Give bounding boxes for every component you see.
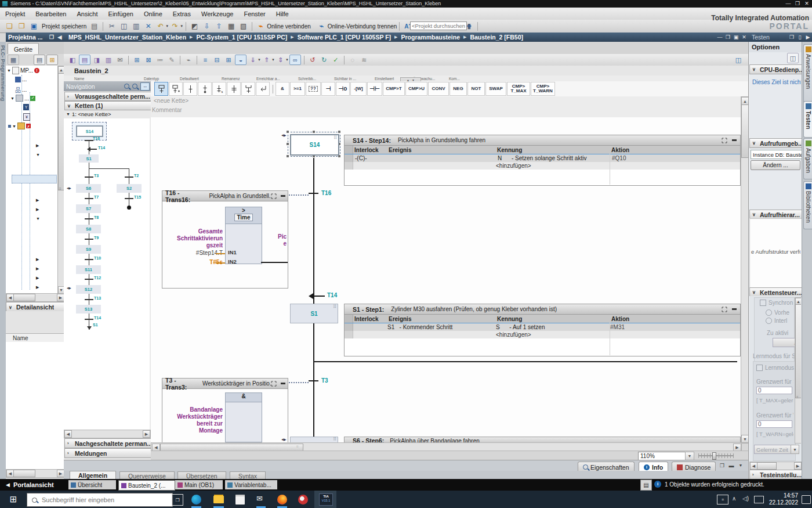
testen-float-icon[interactable]: ▯ <box>796 34 804 41</box>
window-button-variablentabelle[interactable]: Variablentab... <box>225 480 277 489</box>
and-box[interactable]: & <box>225 392 262 442</box>
tia-taskbar-button[interactable]: TIA V15.1 <box>314 491 336 508</box>
minimap-step-s11[interactable]: S11 <box>76 265 101 274</box>
expand-arrow-icon[interactable]: ▼ <box>7 69 11 73</box>
mail-icon[interactable]: ✉ <box>256 494 263 503</box>
tree-collapsed-branch-icon[interactable]: ▶ <box>36 276 39 280</box>
menu-hilfe[interactable]: Hilfe <box>271 8 294 20</box>
undo-jump-icon[interactable]: ↺ <box>307 55 318 64</box>
tree-collapsed-branch-icon[interactable]: ▶ <box>36 285 39 290</box>
step14-description[interactable]: PickAlpha in Grundstellung fahren <box>391 137 485 143</box>
minimap-step-s8[interactable]: S8 <box>76 225 101 233</box>
breadcrumb-program-blocks[interactable]: Programmbausteine <box>401 34 460 41</box>
go-offline-icon[interactable]: ⌁ <box>316 21 327 31</box>
print-status-icon[interactable]: ▤ <box>640 480 652 491</box>
tree-row-project[interactable]: ▼ MP... ! <box>7 67 39 74</box>
delete-network-icon[interactable]: ⊠ <box>143 55 154 64</box>
step14-action-table[interactable]: S14 - Step14: PickAlpha in Grundstellung… <box>344 135 741 186</box>
grenzwert-s-input[interactable] <box>756 387 792 394</box>
start-cpu-icon[interactable]: ▦ <box>226 21 237 31</box>
add-step-transition-button[interactable] <box>169 82 183 96</box>
testen-expand-icon[interactable]: ▶ <box>804 34 812 41</box>
taskbar-search[interactable] <box>27 493 173 507</box>
editor-close-icon[interactable]: ✕ <box>740 34 748 41</box>
compile-icon[interactable]: ◩ <box>189 21 200 31</box>
more-options-icon[interactable]: ≋ <box>359 55 369 64</box>
window-button-baustein2[interactable]: Baustein_2 (... <box>118 480 175 491</box>
save-project-icon[interactable]: ▣ <box>28 21 39 31</box>
outline-list-icon[interactable]: ≡ <box>200 55 211 64</box>
menu-online[interactable]: Online <box>139 8 168 20</box>
col-aktion[interactable]: Aktion <box>611 147 740 153</box>
insert-step-transition-button[interactable] <box>154 82 168 96</box>
diagnostics-check-icon[interactable]: ✓ <box>331 55 341 64</box>
t16-line-label[interactable]: T16 <box>321 190 331 196</box>
zoom-out-icon[interactable] <box>132 84 137 89</box>
section-testeinstellungen[interactable]: ›Testeinstellu... <box>749 470 807 480</box>
subtab-querverweise[interactable]: Querverweise <box>119 471 175 480</box>
transition-tick-t3[interactable] <box>309 380 318 381</box>
breadcrumb-pc-system[interactable]: PC-System_1 [CPU 1515SP PC] <box>196 34 287 41</box>
notification-center-icon[interactable] <box>802 495 811 504</box>
insert-transition-end-button[interactable] <box>198 82 212 96</box>
t3-line-label[interactable]: T3 <box>321 377 328 384</box>
empty-box-button[interactable]: ?? <box>306 82 321 96</box>
tab-bibliotheken[interactable]: Bibliotheken <box>803 181 812 229</box>
col-kennung[interactable]: Kennung <box>497 147 611 153</box>
delete-icon[interactable]: ✕ <box>143 21 154 31</box>
section-ketten[interactable]: ∨ Ketten (1) <box>64 101 155 110</box>
minimap-step-s2[interactable]: S2 <box>117 184 142 193</box>
editor-maximize-icon[interactable]: ▣ <box>732 34 740 41</box>
project-search-input[interactable] <box>410 21 467 30</box>
expand-all-icon[interactable]: ⊞ <box>223 55 234 64</box>
undo-dropdown-icon[interactable]: ▼ <box>165 24 169 28</box>
minimap-label-t3[interactable]: T3 <box>94 174 99 178</box>
cmp-twarn-button[interactable]: CMP>T_WARN <box>531 82 555 96</box>
gelernte-zeiten-dropdown[interactable]: Gelernte Zeit <box>754 445 793 454</box>
and-operand-comment[interactable]: BandanlageWerkstückträgerbereit zurMonta… <box>165 406 223 434</box>
red-app-icon[interactable] <box>298 495 308 505</box>
minimap-transition-tick[interactable] <box>85 140 93 141</box>
fit-to-window-icon[interactable]: ↔ <box>140 82 150 91</box>
mail-segment-icon[interactable]: ✉ <box>115 55 125 64</box>
and-box-button[interactable]: & <box>276 82 289 96</box>
collapse-block-icon[interactable] <box>281 195 285 197</box>
minimap-label-t8[interactable]: T8 <box>94 215 99 219</box>
testen-horizontal-scrollbar[interactable]: ◀ ▶ <box>749 462 802 470</box>
restore-icon[interactable]: ❐ <box>793 0 802 6</box>
collapse-all-icon[interactable]: ⊟ <box>212 55 222 64</box>
tree-new-folder-icon[interactable]: ⊞ <box>46 55 58 65</box>
cut-icon[interactable]: ✂ <box>106 21 117 31</box>
portal-view-button[interactable]: Portalansicht <box>10 481 54 488</box>
minimap-step-s13[interactable]: S13 <box>76 305 101 314</box>
compare-type[interactable]: Time <box>234 214 252 221</box>
inspector-dropdown-icon[interactable]: ▼ <box>737 462 745 469</box>
tree-collapsed-branch-icon[interactable]: ▶ <box>36 143 39 148</box>
start-button[interactable]: ⊞ <box>0 491 27 508</box>
close-icon[interactable]: ✕ <box>803 0 811 6</box>
step-grid-icon[interactable]: ⠿ <box>334 135 337 140</box>
comment-toggle-icon[interactable]: ◒ <box>235 55 246 65</box>
print-icon[interactable]: ▤ <box>89 21 100 31</box>
kettensteuerung-scrollbar[interactable]: ▲ ≡ <box>795 297 801 444</box>
subtab-syntax[interactable]: Syntax <box>230 471 266 480</box>
tree-collapsed-branch-icon[interactable]: ▶ <box>36 257 39 262</box>
breadcrumb-software-plc[interactable]: Software PLC_1 [CPU 1505SP F] <box>298 34 391 41</box>
tab-aufgaben[interactable]: Aufgaben <box>803 138 812 179</box>
aendern-button[interactable]: Ändern ... <box>751 160 800 170</box>
expand-block-icon[interactable] <box>271 381 277 387</box>
portal-back-icon[interactable]: ◀ <box>0 482 10 488</box>
tab-testen[interactable]: Testen <box>803 101 812 138</box>
task-view-icon[interactable]: ❒ <box>172 494 183 506</box>
editor-minimize-icon[interactable]: — <box>716 34 724 41</box>
zoom-dropdown-icon[interactable]: ▼ <box>685 452 694 460</box>
t14-line-label[interactable]: T14 <box>327 292 337 298</box>
graph-canvas[interactable]: <neue Kette> Kommentar ◄▶ S14 ⠿ S14 - St… <box>151 96 741 442</box>
tree-collapsed-branch-icon[interactable]: ▶ <box>36 198 39 203</box>
col-ereignis[interactable]: Ereignis <box>389 147 497 153</box>
subtab-allgemein[interactable]: Allgemein <box>70 471 116 480</box>
monitoring-glasses-icon[interactable]: ∞ <box>289 55 301 65</box>
cmp-tmax-button[interactable]: CMP>T_MAX <box>507 82 530 96</box>
expand-arrow-icon[interactable]: ▼ <box>12 124 16 128</box>
tree-collapsed-branch-icon[interactable]: ▶ <box>36 207 39 212</box>
